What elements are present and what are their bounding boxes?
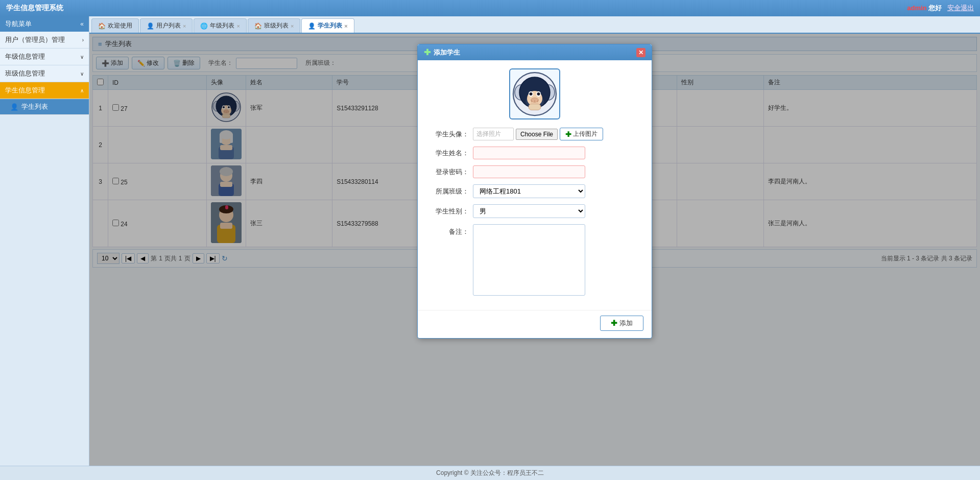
modal-close-button[interactable]: ✕ xyxy=(636,48,646,57)
tab-grade-list[interactable]: 🌐 年级列表 × xyxy=(194,18,246,33)
top-bar: 学生信息管理系统 admin 您好 安全退出 xyxy=(0,0,980,16)
copyright: Copyright © 关注公众号：程序员王不二 xyxy=(329,469,652,477)
svg-rect-47 xyxy=(529,104,541,110)
preview-monkey-svg xyxy=(512,71,558,117)
sidebar-item-user[interactable]: 用户（管理员）管理 › xyxy=(0,32,89,49)
modal-add-label: 添加 xyxy=(619,319,633,328)
password-row: 登录密码： xyxy=(428,165,641,178)
class-label: 所属班级： xyxy=(428,187,469,196)
content-area: 🏠 欢迎使用 👤 用户列表 × 🌐 年级列表 × 🏠 班级列表 × 👤 学生列表 xyxy=(89,16,980,466)
sidebar-item-grade-label: 年级信息管理 xyxy=(5,52,45,61)
add-student-modal: ✚ 添加学生 ✕ xyxy=(417,44,652,339)
status-bar: Copyright © 关注公众号：程序员王不二 xyxy=(0,466,980,480)
choose-file-button[interactable]: Choose File xyxy=(516,129,558,140)
modal-add-icon: ✚ xyxy=(611,319,617,328)
tab-student-list[interactable]: 👤 学生列表 × xyxy=(301,18,354,33)
tab-user-list-icon: 👤 xyxy=(147,22,154,30)
sidebar: 导航菜单 « 用户（管理员）管理 › 年级信息管理 ∨ 班级信息管理 ∨ 学生信… xyxy=(0,16,89,466)
tab-student-list-close[interactable]: × xyxy=(344,23,347,29)
sidebar-item-user-label: 用户（管理员）管理 xyxy=(5,35,65,44)
tab-user-list[interactable]: 👤 用户列表 × xyxy=(140,18,193,33)
gender-label: 学生性别： xyxy=(428,207,469,216)
tab-grade-list-label: 年级列表 xyxy=(210,21,234,30)
app-title: 学生信息管理系统 xyxy=(6,4,907,13)
inner-content: 学生列表 ➕ 添加 ✏️ 修改 🗑️ 删除 学生名： 所属班级： xyxy=(89,34,980,466)
password-input[interactable] xyxy=(473,165,585,178)
tab-class-list-close[interactable]: × xyxy=(291,23,294,29)
file-input-row: 选择照片 Choose File ✚ 上传图片 xyxy=(473,128,603,140)
upload-image-button[interactable]: ✚ 上传图片 xyxy=(560,128,603,140)
upload-label: 上传图片 xyxy=(573,130,597,138)
sidebar-item-class[interactable]: 班级信息管理 ∨ xyxy=(0,65,89,82)
password-label: 登录密码： xyxy=(428,167,469,177)
note-textarea[interactable] xyxy=(473,224,585,296)
avatar-label: 学生头像： xyxy=(428,130,469,139)
gender-select[interactable]: 男 女 xyxy=(473,204,585,218)
svg-point-42 xyxy=(537,92,540,95)
modal-title-icon: ✚ xyxy=(424,47,431,57)
sidebar-item-student-label: 学生信息管理 xyxy=(5,86,45,95)
greeting: 您好 xyxy=(928,4,942,12)
upload-plus-icon: ✚ xyxy=(565,130,571,138)
sidebar-item-class-label: 班级信息管理 xyxy=(5,69,45,78)
modal-title-text: 添加学生 xyxy=(434,48,460,57)
tab-welcome-icon: 🏠 xyxy=(98,22,106,30)
tab-grade-list-close[interactable]: × xyxy=(236,23,240,29)
sidebar-sub-item-student-list-label: 学生列表 xyxy=(21,102,48,111)
avatar-upload-row: 学生头像： 选择照片 Choose File ✚ 上传图片 xyxy=(428,128,641,140)
class-select[interactable]: 网络工程1801 网络工程1802 软件工程1801 xyxy=(473,184,585,198)
chevron-up-icon: ∧ xyxy=(80,88,84,93)
modal-body: 学生头像： 选择照片 Choose File ✚ 上传图片 xyxy=(418,60,652,310)
student-name-input[interactable] xyxy=(473,147,585,159)
svg-point-41 xyxy=(530,92,533,95)
class-row: 所属班级： 网络工程1801 网络工程1802 软件工程1801 xyxy=(428,184,641,198)
gender-row: 学生性别： 男 女 xyxy=(428,204,641,218)
tab-grade-list-icon: 🌐 xyxy=(200,22,208,30)
tab-class-list-icon: 🏠 xyxy=(254,22,262,30)
student-list-icon: 👤 xyxy=(10,103,18,111)
avatar-preview-container xyxy=(428,68,641,119)
modal-overlay: ✚ 添加学生 ✕ xyxy=(89,34,980,466)
sidebar-header: 导航菜单 « xyxy=(0,16,89,32)
tab-class-list-label: 班级列表 xyxy=(264,21,289,30)
note-label: 备注： xyxy=(428,227,469,236)
tab-bar: 🏠 欢迎使用 👤 用户列表 × 🌐 年级列表 × 🏠 班级列表 × 👤 学生列表 xyxy=(89,16,980,34)
sidebar-item-student[interactable]: 学生信息管理 ∧ xyxy=(0,82,89,99)
chevron-down-icon: ∨ xyxy=(80,54,84,60)
modal-title: ✚ 添加学生 xyxy=(424,47,460,57)
modal-add-button[interactable]: ✚ 添加 xyxy=(600,316,643,331)
modal-footer: ✚ 添加 xyxy=(418,310,652,338)
sidebar-item-grade[interactable]: 年级信息管理 ∨ xyxy=(0,49,89,65)
top-bar-right: admin 您好 安全退出 xyxy=(907,4,974,13)
tab-student-list-label: 学生列表 xyxy=(318,21,342,30)
tab-welcome-label: 欢迎使用 xyxy=(108,21,132,30)
sidebar-title: 导航菜单 xyxy=(5,19,32,29)
sidebar-collapse-icon[interactable]: « xyxy=(80,20,84,28)
student-name-row: 学生姓名： xyxy=(428,147,641,159)
note-row: 备注： xyxy=(428,224,641,296)
tab-user-list-label: 用户列表 xyxy=(156,21,181,30)
tab-user-list-close[interactable]: × xyxy=(183,23,186,29)
modal-header: ✚ 添加学生 ✕ xyxy=(418,44,652,60)
file-placeholder: 选择照片 xyxy=(473,128,514,140)
tab-class-list[interactable]: 🏠 班级列表 × xyxy=(248,18,300,33)
chevron-down-icon: ∨ xyxy=(80,71,84,77)
tab-student-list-icon: 👤 xyxy=(308,22,316,30)
logout-link[interactable]: 安全退出 xyxy=(947,4,974,12)
avatar-preview-image xyxy=(509,68,560,119)
admin-name: admin xyxy=(907,4,926,12)
chevron-right-icon: › xyxy=(82,37,84,43)
student-name-label: 学生姓名： xyxy=(428,149,469,158)
tab-welcome[interactable]: 🏠 欢迎使用 xyxy=(91,18,139,33)
sidebar-sub-item-student-list[interactable]: 👤 学生列表 xyxy=(0,99,89,115)
